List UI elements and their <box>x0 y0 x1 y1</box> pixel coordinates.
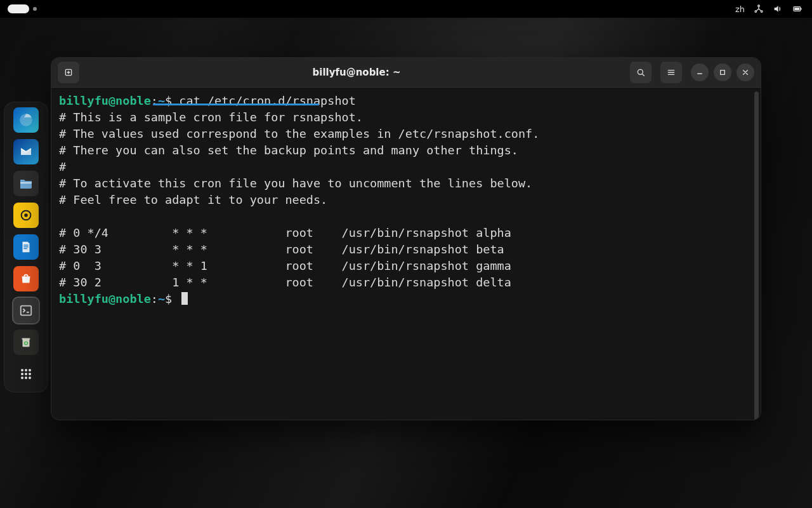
window-maximize-button[interactable] <box>714 64 731 81</box>
dock-app-edge[interactable] <box>13 107 39 133</box>
terminal-window: billyfu@noble: ~ billyfu@noble:~$ cat /e… <box>51 57 761 420</box>
svg-point-22 <box>29 373 31 375</box>
dock-app-trash[interactable] <box>13 330 39 355</box>
dock-app-thunderbird[interactable] <box>13 139 39 164</box>
battery-icon[interactable] <box>792 4 803 14</box>
top-panel: zh <box>0 0 812 18</box>
volume-icon[interactable] <box>773 4 783 14</box>
terminal-titlebar[interactable]: billyfu@noble: ~ <box>51 58 761 88</box>
dock-app-libreoffice[interactable] <box>13 234 39 260</box>
svg-rect-5 <box>794 8 799 10</box>
terminal-body[interactable]: billyfu@noble:~$ cat /etc/cron.d/rsnapsh… <box>51 88 761 420</box>
network-icon[interactable] <box>754 4 764 14</box>
svg-point-17 <box>21 369 23 371</box>
svg-point-23 <box>21 377 23 379</box>
dock-app-show-applications[interactable] <box>13 361 39 387</box>
svg-rect-13 <box>21 306 32 316</box>
dock-app-software[interactable] <box>13 266 39 291</box>
terminal-menu-button[interactable] <box>660 62 682 83</box>
terminal-scrollbar[interactable] <box>754 91 759 420</box>
status-area[interactable]: zh <box>735 4 812 14</box>
dock <box>4 102 48 392</box>
svg-point-27 <box>638 69 643 74</box>
window-minimize-button[interactable] <box>691 64 709 81</box>
svg-point-2 <box>761 11 763 13</box>
window-title: billyfu@noble: ~ <box>83 67 630 78</box>
svg-rect-10 <box>23 244 28 245</box>
svg-point-25 <box>29 377 31 379</box>
svg-rect-12 <box>23 248 27 249</box>
dock-app-terminal[interactable] <box>13 298 39 323</box>
svg-rect-4 <box>801 8 801 10</box>
svg-point-9 <box>24 213 28 217</box>
svg-point-0 <box>758 5 760 7</box>
input-method-indicator[interactable]: zh <box>735 4 745 14</box>
svg-point-18 <box>25 369 27 371</box>
window-close-button[interactable] <box>737 64 754 81</box>
svg-point-1 <box>755 11 757 13</box>
svg-point-19 <box>29 369 31 371</box>
svg-rect-7 <box>20 182 32 184</box>
new-tab-button[interactable] <box>58 62 79 83</box>
terminal-search-button[interactable] <box>630 62 652 83</box>
terminal-output[interactable]: billyfu@noble:~$ cat /etc/cron.d/rsnapsh… <box>59 93 753 307</box>
svg-point-24 <box>25 377 27 379</box>
dock-app-rhythmbox[interactable] <box>13 203 39 228</box>
activities-pill[interactable] <box>8 4 29 13</box>
dock-app-files[interactable] <box>13 171 39 196</box>
svg-point-21 <box>25 373 27 375</box>
svg-point-20 <box>21 373 23 375</box>
svg-rect-11 <box>23 246 28 247</box>
command-underline-annotation <box>153 104 319 105</box>
svg-rect-15 <box>22 338 30 340</box>
svg-rect-28 <box>721 70 725 75</box>
